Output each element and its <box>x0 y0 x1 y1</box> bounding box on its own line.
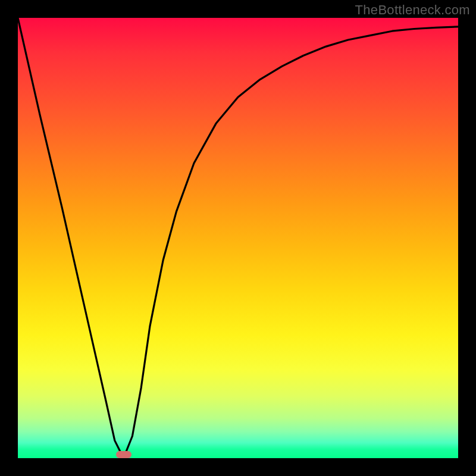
bottleneck-curve <box>18 18 458 458</box>
chart-frame: TheBottleneck.com <box>0 0 476 476</box>
optimal-marker <box>116 451 131 458</box>
plot-area <box>18 18 458 458</box>
watermark-text: TheBottleneck.com <box>355 2 470 18</box>
